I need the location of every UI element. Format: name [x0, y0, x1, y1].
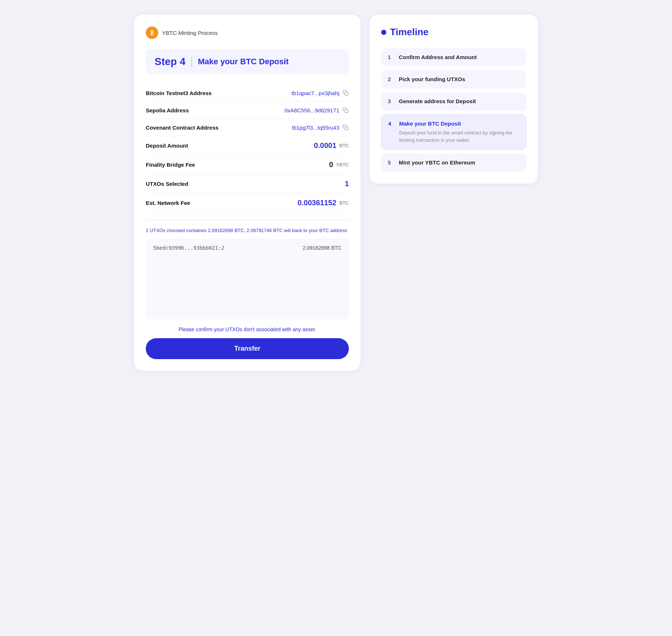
sepolia-address-label: Sepolia Address — [146, 107, 189, 113]
info-row-network-fee: Est. Network Fee 0.00361152 BTC — [146, 194, 349, 213]
timeline-item-label-2: Pick your funding UTXOs — [399, 76, 465, 82]
utxos-selected-value: 1 — [345, 180, 349, 188]
info-row-btc-address: Bitcoin Testnet3 Address tb1qpac7...px3j… — [146, 84, 349, 102]
separator — [146, 220, 349, 220]
timeline-header: Timeline — [381, 26, 526, 38]
covenant-address-label: Covenant Contract Address — [146, 124, 218, 131]
timeline-num-2: 2 — [388, 76, 394, 82]
transfer-button[interactable]: Transfer — [146, 338, 349, 359]
sepolia-address-value: 0xA8C556...9d629171 — [285, 107, 349, 113]
step-number: Step 4 — [155, 56, 185, 68]
timeline-item-desc-4: Deposit your fund to the smart contract … — [399, 129, 519, 144]
timeline-item-label-3: Generate address for Deposit — [399, 98, 476, 104]
svg-rect-0 — [345, 92, 348, 95]
utxo-txid: 5bedc93996...93bbb021:2 — [153, 245, 224, 251]
covenant-address-value: tb1pg7l3...tq55ru43 — [292, 124, 349, 131]
sepolia-address-copy-icon[interactable] — [342, 107, 349, 113]
timeline-content-1: Confirm Address and Amount — [399, 54, 520, 61]
btc-icon: ₿ — [146, 26, 158, 39]
timeline-item-3: 3 Generate address for Deposit — [381, 92, 526, 111]
network-fee-value: 0.00361152 BTC — [297, 199, 349, 207]
svg-rect-1 — [345, 109, 348, 113]
timeline-num-4: 4 — [388, 120, 394, 127]
process-title: YBTC-Minting Process — [162, 30, 218, 36]
timeline-title: Timeline — [390, 26, 429, 38]
deposit-amount-value: 0.0001 BTC — [314, 141, 349, 150]
right-panel: Timeline 1 Confirm Address and Amount 2 … — [369, 15, 538, 184]
left-panel: ₿ YBTC-Minting Process Step 4 Make your … — [134, 15, 361, 371]
utxo-amount: 2.09162898 BTC — [303, 245, 342, 251]
btc-address-value: tb1qpac7...px3jhahj — [292, 90, 349, 96]
timeline-content-2: Pick your funding UTXOs — [399, 76, 520, 83]
svg-rect-2 — [345, 127, 348, 130]
timeline-item-label-4: Make your BTC Deposit — [399, 120, 461, 127]
info-row-covenant-address: Covenant Contract Address tb1pg7l3...tq5… — [146, 119, 349, 136]
process-header: ₿ YBTC-Minting Process — [146, 26, 349, 39]
timeline-content-4: Make your BTC Deposit Deposit your fund … — [399, 120, 519, 144]
bridge-fee-value: 0 YBTC — [329, 160, 349, 169]
info-row-utxos-selected: UTXOs Selected 1 — [146, 174, 349, 194]
timeline-item-5: 5 Mint your YBTC on Ethereum — [381, 153, 526, 172]
timeline-num-3: 3 — [388, 98, 394, 104]
bridge-fee-label: Finality Bridge Fee — [146, 162, 195, 168]
timeline-dot-icon — [381, 30, 386, 35]
confirm-notice: Please confirm your UTXOs don't associat… — [146, 326, 349, 332]
timeline-items: 1 Confirm Address and Amount 2 Pick your… — [381, 48, 526, 172]
timeline-content-5: Mint your YBTC on Ethereum — [399, 159, 520, 166]
timeline-item-label-5: Mint your YBTC on Ethereum — [399, 159, 475, 166]
timeline-item-label-1: Confirm Address and Amount — [399, 54, 477, 60]
timeline-num-5: 5 — [388, 159, 394, 166]
deposit-amount-label: Deposit Amount — [146, 142, 188, 149]
utxo-box: 5bedc93996...93bbb021:2 2.09162898 BTC — [146, 238, 349, 319]
step-label: Make your BTC Deposit — [198, 57, 289, 66]
timeline-num-1: 1 — [388, 54, 394, 60]
info-row-bridge-fee: Finality Bridge Fee 0 YBTC — [146, 155, 349, 174]
page-wrapper: ₿ YBTC-Minting Process Step 4 Make your … — [134, 15, 538, 371]
btc-address-copy-icon[interactable] — [342, 90, 349, 96]
info-row-deposit-amount: Deposit Amount 0.0001 BTC — [146, 136, 349, 155]
step-header: Step 4 Make your BTC Deposit — [146, 49, 349, 74]
utxos-selected-label: UTXOs Selected — [146, 181, 188, 187]
info-row-sepolia-address: Sepolia Address 0xA8C556...9d629171 — [146, 102, 349, 119]
btc-address-label: Bitcoin Testnet3 Address — [146, 90, 212, 96]
utxo-notice: 1 UTXOs choosed containes 2.09162898 BTC… — [146, 228, 349, 233]
covenant-address-copy-icon[interactable] — [342, 124, 349, 131]
timeline-content-3: Generate address for Deposit — [399, 98, 520, 105]
step-divider — [191, 57, 192, 67]
utxo-row: 5bedc93996...93bbb021:2 2.09162898 BTC — [153, 245, 342, 251]
timeline-item-4: 4 Make your BTC Deposit Deposit your fun… — [381, 114, 526, 150]
timeline-item-1: 1 Confirm Address and Amount — [381, 48, 526, 66]
timeline-item-2: 2 Pick your funding UTXOs — [381, 70, 526, 88]
network-fee-label: Est. Network Fee — [146, 200, 190, 206]
